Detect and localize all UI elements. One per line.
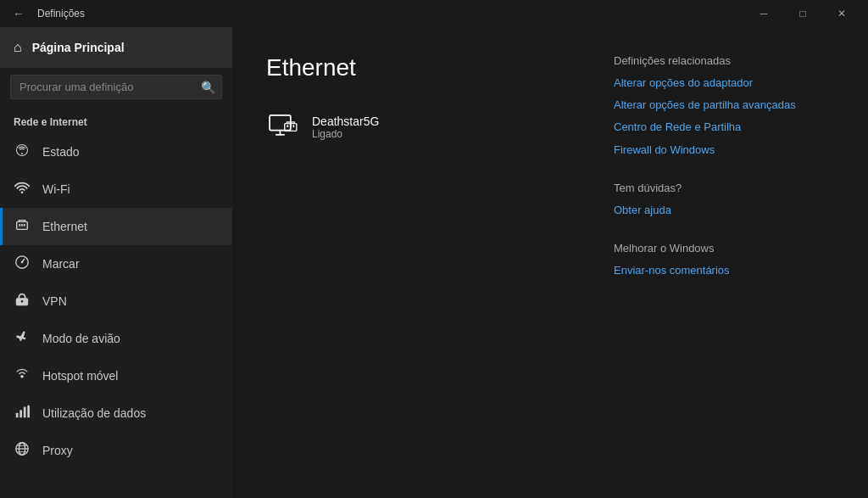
related-section-duvidas: Tem dúvidas? Obter ajuda	[614, 182, 834, 218]
related-melhorar-title: Melhorar o Windows	[614, 242, 834, 255]
svg-rect-7	[16, 413, 19, 417]
network-item[interactable]: Deathstar5G Ligado	[266, 105, 563, 149]
title-bar-left: ← Definições	[7, 2, 85, 25]
sidebar-item-utilizacao[interactable]: Utilização de dados	[0, 394, 232, 432]
sidebar-item-hotspot[interactable]: Hotspot móvel	[0, 357, 232, 394]
svg-rect-8	[19, 410, 22, 417]
sidebar-item-estado-label: Estado	[42, 145, 80, 159]
related-link-centro[interactable]: Centro de Rede e Partilha	[614, 120, 834, 135]
main-content: Ethernet	[232, 27, 868, 498]
ethernet-icon	[14, 217, 31, 236]
data-icon	[14, 404, 31, 422]
sidebar-item-marcar[interactable]: Marcar	[0, 245, 232, 283]
content-left: Ethernet	[266, 54, 563, 471]
sidebar-home-button[interactable]: ⌂ Página Principal	[0, 27, 232, 68]
related-link-firewall[interactable]: Firewall do Windows	[614, 143, 834, 158]
sidebar-item-hotspot-label: Hotspot móvel	[42, 369, 118, 383]
dial-icon	[14, 255, 31, 273]
sidebar-item-proxy-label: Proxy	[42, 444, 73, 457]
related-link-ajuda[interactable]: Obter ajuda	[614, 203, 834, 218]
close-button[interactable]: ✕	[822, 0, 861, 27]
sidebar-item-ethernet[interactable]: Ethernet	[0, 208, 232, 245]
wifi-state-icon	[14, 143, 31, 160]
section-label: Rede e Internet	[0, 106, 232, 133]
svg-rect-1	[19, 224, 20, 227]
svg-rect-2	[21, 224, 23, 227]
vpn-icon	[14, 292, 31, 311]
svg-rect-22	[292, 125, 294, 127]
sidebar-item-ethernet-label: Ethernet	[42, 220, 87, 233]
sidebar-item-vpn[interactable]: VPN	[0, 283, 232, 320]
network-name: Deathstar5G	[312, 115, 379, 128]
title-bar-controls: ─ □ ✕	[744, 0, 861, 27]
sidebar-item-modo-aviao[interactable]: Modo de avião	[0, 320, 232, 357]
maximize-button[interactable]: □	[783, 0, 822, 27]
related-link-partilha[interactable]: Alterar opções de partilha avançadas	[614, 98, 834, 113]
svg-rect-21	[290, 125, 292, 127]
related-section-melhorar: Melhorar o Windows Enviar-nos comentário…	[614, 242, 834, 278]
sidebar-item-estado[interactable]: Estado	[0, 133, 232, 171]
minimize-button[interactable]: ─	[744, 0, 783, 27]
svg-rect-16	[270, 115, 291, 131]
title-bar: ← Definições ─ □ ✕	[0, 0, 868, 27]
svg-rect-9	[24, 407, 26, 418]
svg-point-5	[21, 261, 24, 264]
globe-icon	[14, 441, 31, 460]
svg-rect-10	[27, 406, 30, 417]
svg-rect-3	[24, 224, 25, 227]
content-right: Definições relacionadas Alterar opções d…	[614, 54, 834, 471]
related-duvidas-title: Tem dúvidas?	[614, 182, 834, 194]
sidebar-item-modo-aviao-label: Modo de avião	[42, 332, 120, 345]
page-title: Ethernet	[266, 54, 563, 81]
hotspot-icon	[14, 367, 31, 385]
sidebar-home-label: Página Principal	[32, 41, 125, 54]
sidebar-item-utilizacao-label: Utilização de dados	[42, 406, 146, 420]
wifi-icon	[14, 180, 31, 199]
home-icon: ⌂	[14, 40, 22, 55]
related-link-comentarios[interactable]: Enviar-nos comentários	[614, 263, 834, 278]
svg-point-6	[20, 375, 24, 378]
search-input[interactable]	[10, 75, 222, 99]
app-body: ⌂ Página Principal 🔍 Rede e Internet Est…	[0, 27, 868, 498]
related-link-adaptador[interactable]: Alterar opções do adaptador	[614, 76, 834, 91]
related-definicoes-title: Definições relacionadas	[614, 54, 834, 67]
network-icon-box	[266, 112, 300, 143]
search-box: 🔍	[10, 75, 222, 99]
sidebar-item-proxy[interactable]: Proxy	[0, 432, 232, 469]
title-bar-title: Definições	[37, 8, 85, 20]
svg-rect-20	[287, 125, 288, 127]
related-section-definicoes: Definições relacionadas Alterar opções d…	[614, 54, 834, 158]
sidebar-item-marcar-label: Marcar	[42, 257, 80, 271]
sidebar-item-vpn-label: VPN	[42, 294, 67, 308]
sidebar-item-wifi-label: Wi-Fi	[42, 182, 70, 196]
back-button[interactable]: ←	[7, 2, 31, 25]
network-info: Deathstar5G Ligado	[312, 115, 379, 140]
network-ethernet-icon	[268, 115, 298, 140]
sidebar: ⌂ Página Principal 🔍 Rede e Internet Est…	[0, 27, 232, 498]
network-status: Ligado	[312, 128, 379, 140]
title-bar-nav: ←	[7, 2, 31, 25]
airplane-icon	[14, 329, 31, 348]
sidebar-item-wifi[interactable]: Wi-Fi	[0, 171, 232, 208]
